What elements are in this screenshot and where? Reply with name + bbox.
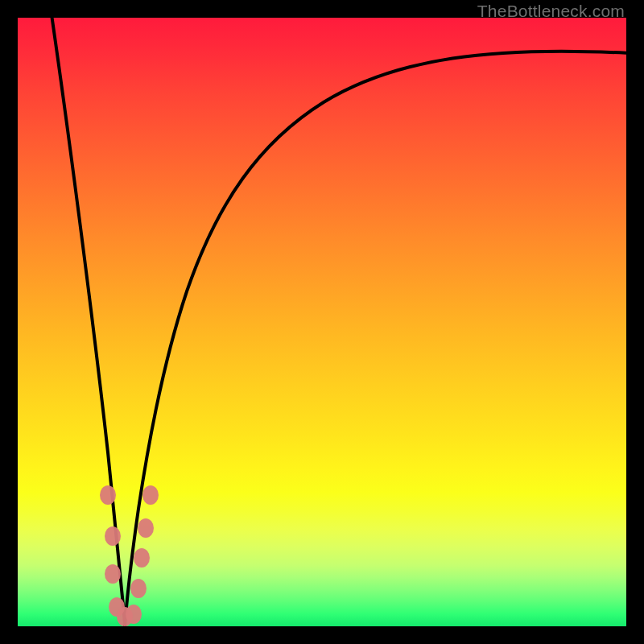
data-point-marker: [130, 579, 147, 598]
chart-frame: TheBottleneck.com: [0, 0, 644, 644]
data-point-marker: [134, 548, 150, 568]
data-point-marker: [142, 485, 159, 505]
data-point-marker: [100, 485, 116, 505]
data-point-marker: [105, 564, 121, 584]
data-point-marker: [138, 518, 154, 538]
data-point-marker: [105, 526, 121, 546]
plot-area: [18, 18, 626, 626]
right-curve: [125, 52, 626, 626]
data-point-marker: [126, 605, 142, 624]
